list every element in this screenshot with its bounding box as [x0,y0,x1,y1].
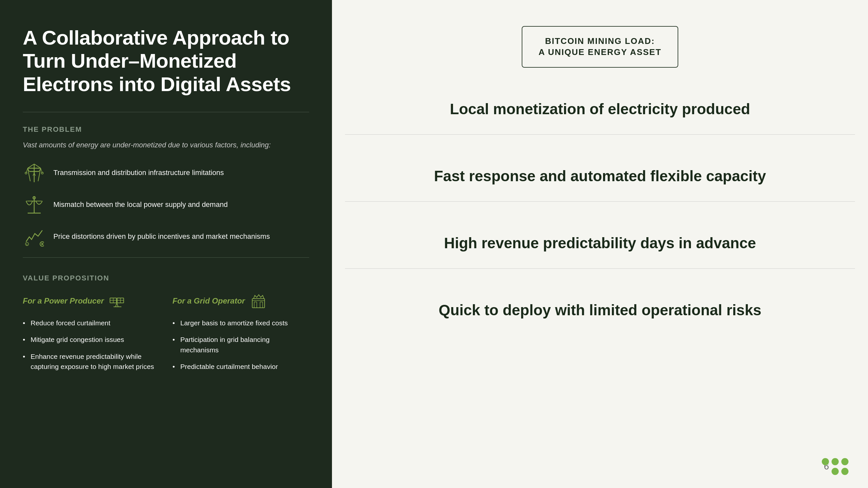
svg-line-5 [28,168,30,181]
transmission-icon [23,162,45,185]
logo-dot-2 [832,458,839,465]
feature-1-title: Local monetization of electricity produc… [365,100,835,118]
producer-item-3: Enhance revenue predictability while cap… [23,351,159,372]
producer-header: For a Power Producer [23,292,159,310]
right-top-section: BITCOIN MINING LOAD: A UNIQUE ENERGY ASS… [345,20,855,84]
divider-mid [23,257,309,258]
feature-2-title: Fast response and automated flexible cap… [365,167,835,185]
logo-dot-empty [822,468,829,475]
feature-2: Fast response and automated flexible cap… [345,151,855,201]
value-label: VALUE PROPOSITION [23,274,309,282]
svg-line-3 [28,164,34,168]
problem-text-1: Transmission and distribution infrastruc… [53,168,224,178]
right-panel: BITCOIN MINING LOAD: A UNIQUE ENERGY ASS… [332,0,868,488]
operator-list: Larger basis to amortize fixed costs Par… [173,318,309,372]
producer-list: Reduce forced curtailment Mitigate grid … [23,318,159,372]
operator-item-3: Predictable curtailment behavior [173,361,309,372]
problem-item-2: Mismatch between the local power supply … [23,194,309,216]
svg-line-6 [38,168,41,181]
problem-text-2: Mismatch between the local power supply … [53,200,228,210]
feature-4: Quick to deploy with limited operational… [345,285,855,335]
feature-3-title: High revenue predictability days in adva… [365,234,835,252]
right-divider-1 [345,134,855,135]
feature-3: High revenue predictability days in adva… [345,218,855,268]
producer-item-2: Mitigate grid congestion issues [23,334,159,345]
logo-dot-5 [841,468,848,475]
problem-subtitle: Vast amounts of energy are under-monetiz… [23,140,309,150]
problem-item-3: $ Price distortions driven by public inc… [23,225,309,248]
svg-rect-35 [260,302,262,308]
producer-col: For a Power Producer [23,292,159,378]
logo-dots [822,458,848,475]
producer-item-1: Reduce forced curtailment [23,318,159,328]
svg-text:$: $ [26,243,28,246]
feature-4-title: Quick to deploy with limited operational… [365,301,835,319]
operator-item-1: Larger basis to amortize fixed costs [173,318,309,328]
problem-item-1: Transmission and distribution infrastruc… [23,162,309,185]
logo-dot-1 [822,458,829,465]
operator-item-2: Participation in grid balancing mechanis… [173,334,309,355]
svg-line-30 [116,303,117,307]
operator-header: For a Grid Operator [173,292,309,310]
svg-line-31 [117,303,118,307]
right-features: Local monetization of electricity produc… [345,84,855,336]
left-panel: A Collaborative Approach to Turn Under–M… [0,0,332,488]
operator-col: For a Grid Operator Larger basis to amor… [173,292,309,378]
problem-text-3: Price distortions driven by public incen… [53,232,270,242]
balance-icon [23,194,45,216]
right-divider-3 [345,268,855,269]
value-section: VALUE PROPOSITION For a Power Producer [23,274,309,378]
value-columns: For a Power Producer [23,292,309,378]
logo-dot-3 [841,458,848,465]
bitcoin-box: BITCOIN MINING LOAD: A UNIQUE ENERGY ASS… [522,26,679,68]
divider-top [23,112,309,112]
main-title: A Collaborative Approach to Turn Under–M… [23,26,309,96]
svg-line-4 [34,164,41,168]
right-divider-2 [345,201,855,202]
svg-rect-34 [254,302,257,308]
feature-1: Local monetization of electricity produc… [345,84,855,134]
chart-icon: $ [23,225,45,248]
bitcoin-box-title: BITCOIN MINING LOAD: A UNIQUE ENERGY ASS… [539,36,662,58]
logo-dot-4 [832,468,839,475]
problem-label: THE PROBLEM [23,125,309,134]
